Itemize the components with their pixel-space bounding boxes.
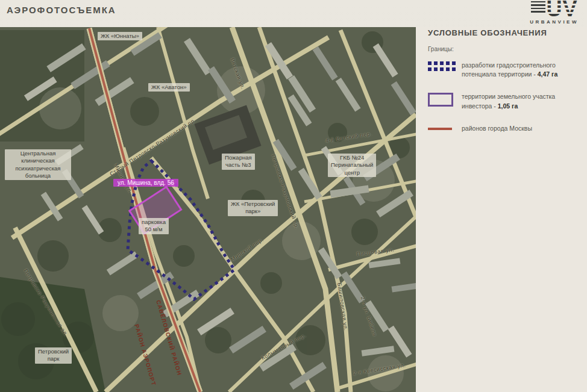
map-label-zk-yunnaty: ЖК «Юннаты»	[98, 32, 142, 40]
map-label-hospital: Центральная клиническая психиатрическая …	[5, 149, 71, 180]
parcel-outline-swatch	[428, 93, 453, 107]
legend-item-investor-parcel: территории земельного участка инвестора …	[428, 92, 587, 110]
map-label-fire-station: Пожарная часть №3	[222, 154, 255, 170]
map-label-gkb-24: ГКБ №24 Перинатальный центр	[328, 154, 376, 177]
map-label-petrovsky-park: Петровский парк	[35, 347, 72, 364]
legend-item-development-boundary: разработки градостроительного потенциала…	[428, 61, 587, 79]
map-label-zk-avaton: ЖК «Аватон»	[148, 83, 190, 92]
aerial-map: Старый Петровско-Разумовский пр. Мишина …	[0, 27, 416, 392]
legend-item-text: районов города Москвы	[462, 124, 532, 133]
logo-stripes	[531, 1, 545, 14]
legend-item-moscow-districts: районов города Москвы	[428, 124, 587, 133]
dotted-boundary-swatch	[428, 61, 453, 71]
urbanview-logo: UV URBANVIEW	[530, 0, 579, 25]
slide: АЭРОФОТОСЪЕМКА UV URBANVIEW	[0, 0, 587, 392]
legend-panel: УСЛОВНЫЕ ОБОЗНАЧЕНИЯ Границы: разработки…	[416, 27, 587, 392]
legend-subtitle: Границы:	[428, 46, 587, 52]
satellite-canvas	[0, 27, 416, 392]
legend-item-text: разработки градостроительного потенциала…	[462, 61, 557, 79]
map-label-zk-petrovsky-park: ЖК «Петровский парк»	[228, 200, 278, 216]
district-line-swatch	[428, 125, 453, 130]
legend-title: УСЛОВНЫЕ ОБОЗНАЧЕНИЯ	[428, 27, 587, 37]
map-label-mishina-parcel: ул. Мишина, влд. 56	[113, 179, 178, 187]
uv-mark: UV	[531, 0, 578, 18]
legend-item-text: территории земельного участка инвестора …	[462, 92, 555, 110]
page-title: АЭРОФОТОСЪЕМКА	[7, 5, 116, 15]
map-label-parking: парковка 50 м/м	[139, 218, 169, 234]
